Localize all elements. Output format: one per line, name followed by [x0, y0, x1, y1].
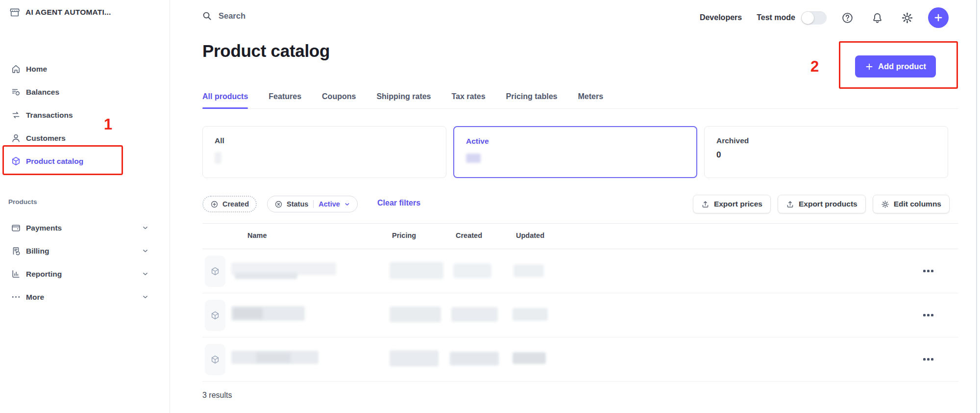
column-header-pricing: Pricing: [392, 232, 416, 239]
tab-features[interactable]: Features: [269, 92, 301, 108]
topbar-right: Developers Test mode: [700, 6, 949, 29]
sidebar-products-nav: Payments Billing Reporting More: [0, 216, 170, 309]
tab-all-products[interactable]: All products: [202, 92, 248, 108]
chevron-down-icon: [142, 224, 149, 232]
package-icon: [205, 256, 225, 287]
plus-icon: [933, 12, 944, 23]
chevron-down-icon: [142, 270, 149, 278]
table-actions: Export prices Export products Edit colum…: [693, 195, 950, 213]
chevron-down-icon: [142, 293, 149, 301]
topbar-icons: [841, 12, 913, 24]
tab-meters[interactable]: Meters: [578, 92, 604, 108]
test-mode-toggle[interactable]: [801, 11, 827, 25]
card-value: 0: [716, 150, 721, 160]
sidebar-item-product-catalog[interactable]: Product catalog: [0, 150, 170, 173]
table-row[interactable]: [202, 249, 958, 293]
gear-icon[interactable]: [901, 12, 913, 24]
reporting-icon: [11, 269, 21, 279]
filter-status-value: Active: [318, 200, 340, 208]
table-row[interactable]: [202, 293, 958, 337]
sidebar-main-nav: Home Balances Transactions Customers Pro…: [0, 57, 170, 173]
summary-card-active[interactable]: Active: [453, 126, 697, 178]
sidebar-item-billing[interactable]: Billing: [0, 239, 170, 262]
summary-card-all[interactable]: All: [202, 126, 446, 178]
payments-icon: [11, 223, 21, 233]
results-count: 3 results: [202, 391, 232, 400]
tab-tax-rates[interactable]: Tax rates: [452, 92, 486, 108]
tab-coupons[interactable]: Coupons: [322, 92, 356, 108]
sidebar-item-balances[interactable]: Balances: [0, 80, 170, 103]
sidebar-section-label: Products: [8, 198, 37, 206]
clear-filters-link[interactable]: Clear filters: [377, 199, 420, 207]
create-menu-button[interactable]: [928, 7, 949, 28]
annotation-step-2: 2: [810, 58, 819, 76]
row-actions-ellipsis[interactable]: [923, 270, 933, 272]
business-name: AI AGENT AUTOMATI...: [25, 8, 111, 17]
toggle-knob: [802, 12, 814, 24]
window-edge-divider: [976, 0, 977, 413]
column-header-name: Name: [247, 232, 267, 239]
column-header-updated: Updated: [516, 232, 544, 239]
sidebar-item-more[interactable]: More: [0, 285, 170, 309]
filter-status-label: Status: [287, 200, 308, 208]
sidebar-item-label: Customers: [26, 134, 66, 143]
chevron-down-icon: [344, 201, 350, 207]
filter-status-pill[interactable]: Status Active: [267, 196, 358, 212]
card-label: Archived: [716, 136, 749, 145]
table-header: Name Pricing Created Updated: [202, 223, 958, 249]
add-product-button[interactable]: Add product: [855, 55, 936, 77]
search-input[interactable]: Search: [202, 11, 496, 21]
more-icon: [11, 292, 21, 302]
row-actions-ellipsis[interactable]: [923, 314, 933, 316]
business-switcher[interactable]: AI AGENT AUTOMATI...: [9, 7, 111, 18]
sidebar-item-payments[interactable]: Payments: [0, 216, 170, 239]
sidebar-item-customers[interactable]: Customers: [0, 127, 170, 150]
sidebar-item-reporting[interactable]: Reporting: [0, 262, 170, 285]
sidebar-item-label: Home: [26, 65, 47, 74]
export-icon: [701, 200, 710, 208]
redacted-text: [233, 308, 263, 319]
export-products-button[interactable]: Export products: [778, 195, 866, 213]
customers-icon: [11, 133, 21, 143]
sidebar-item-label: More: [26, 293, 44, 302]
export-prices-button[interactable]: Export prices: [693, 195, 771, 213]
storefront-icon: [9, 7, 20, 18]
test-mode-label: Test mode: [757, 13, 795, 22]
row-actions-ellipsis[interactable]: [923, 358, 933, 361]
sidebar-item-label: Product catalog: [26, 157, 83, 166]
redacted-text: [390, 262, 443, 279]
redacted-text: [390, 350, 439, 366]
page-title: Product catalog: [202, 41, 330, 61]
sidebar-item-label: Reporting: [26, 270, 62, 279]
help-icon[interactable]: [841, 12, 854, 24]
search-placeholder: Search: [219, 11, 245, 21]
tab-shipping-rates[interactable]: Shipping rates: [376, 92, 431, 108]
sidebar-item-home[interactable]: Home: [0, 57, 170, 80]
redacted-value: [215, 152, 221, 164]
summary-card-archived[interactable]: Archived 0: [704, 126, 948, 178]
balances-icon: [11, 87, 21, 97]
card-label: All: [215, 136, 224, 145]
table-row[interactable]: [202, 337, 958, 382]
plus-icon: [865, 62, 874, 71]
sidebar-item-transactions[interactable]: Transactions: [0, 103, 170, 127]
filter-created-pill[interactable]: Created: [202, 196, 257, 212]
redacted-text: [453, 263, 491, 278]
plus-circle-icon: [210, 200, 219, 208]
redacted-text: [513, 352, 546, 364]
tab-pricing-tables[interactable]: Pricing tables: [506, 92, 558, 108]
annotation-step-1: 1: [104, 116, 112, 133]
sidebar-item-label: Transactions: [26, 111, 73, 120]
redacted-text: [513, 308, 548, 321]
developers-link[interactable]: Developers: [700, 13, 742, 22]
product-catalog-icon: [11, 156, 21, 166]
edit-columns-button[interactable]: Edit columns: [873, 195, 950, 213]
export-products-label: Export products: [799, 200, 858, 208]
filter-created-label: Created: [222, 200, 249, 208]
bell-icon[interactable]: [871, 12, 883, 24]
package-icon: [205, 344, 225, 375]
export-prices-label: Export prices: [714, 200, 762, 208]
column-header-created: Created: [456, 232, 482, 239]
catalog-tabs: All products Features Coupons Shipping r…: [202, 92, 958, 109]
redacted-text: [451, 307, 498, 322]
